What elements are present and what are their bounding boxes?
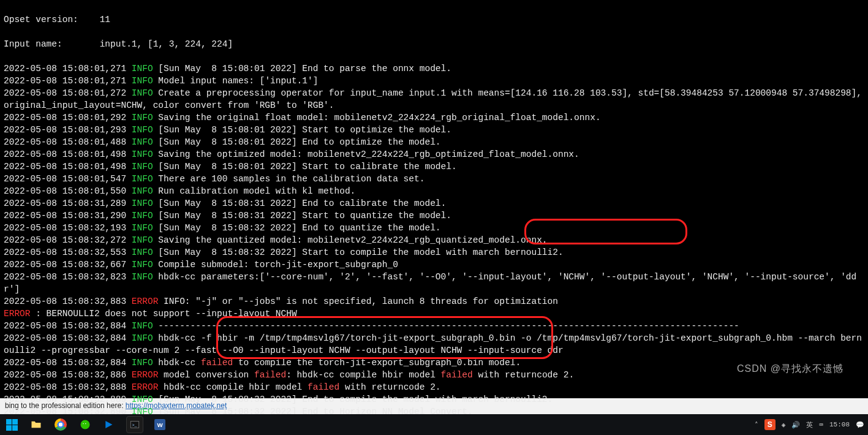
log-line: 2022-05-08 15:08:31,289 INFO [Sun May 8 …: [4, 197, 864, 210]
log-line: 2022-05-08 15:08:32,884 INFO hbdk-cc fai…: [4, 357, 864, 369]
tray-notification-icon[interactable]: 💬: [856, 421, 864, 429]
log-line: 2022-05-08 15:08:32,823 INFO hbdk-cc par…: [4, 271, 864, 295]
opset-value: 11: [100, 15, 110, 25]
log-line: 2022-05-08 15:08:01,498 INFO [Sun May 8 …: [4, 161, 864, 173]
log-line: 2022-05-08 15:08:31,290 INFO [Sun May 8 …: [4, 210, 864, 222]
svg-text:W: W: [157, 422, 164, 428]
tray-network-icon[interactable]: ◈: [782, 421, 786, 429]
file-explorer-icon[interactable]: [28, 417, 44, 433]
sogou-ime-icon[interactable]: S: [764, 419, 776, 430]
log-line: 2022-05-08 15:08:01,271 INFO Model input…: [4, 75, 864, 87]
log-line: 2022-05-08 15:08:01,292 INFO Saving the …: [4, 112, 864, 124]
svg-point-0: [81, 420, 90, 429]
start-menu-icon[interactable]: [4, 417, 20, 433]
tray-lang-icon[interactable]: 英: [806, 420, 813, 429]
log-line: 2022-05-08 15:08:32,884 INFO -----------…: [4, 320, 864, 332]
log-line: 2022-05-08 15:08:32,889 INFO [Sun May 8 …: [4, 393, 864, 406]
opset-label: Opset version:: [4, 15, 78, 25]
terminal-output[interactable]: Opset version: 11 Input name: input.1, […: [0, 0, 868, 398]
log-line: 2022-05-08 15:08:01,498 INFO Saving the …: [4, 148, 864, 161]
tray-caret-icon[interactable]: ˄: [755, 421, 758, 429]
log-line: ERROR : BERNOULLI2 does not support --in…: [4, 308, 864, 320]
log-line: 2022-05-08 15:08:32,667 INFO Compile sub…: [4, 259, 864, 271]
windows-taskbar[interactable]: >_ W ˄ S ◈ 🔊 英 ⌨ 15:08 💬: [0, 414, 868, 435]
tray-time[interactable]: 15:08: [829, 421, 850, 428]
log-line: 2022-05-08 15:08:32,272 INFO Saving the …: [4, 234, 864, 246]
inputname-label: Input name:: [4, 39, 62, 49]
mobaxterm-icon[interactable]: >_: [126, 416, 143, 433]
log-line: 2022-05-08 15:08:32,553 INFO [Sun May 8 …: [4, 246, 864, 259]
inputname-value: input.1, [1, 3, 224, 224]: [100, 39, 233, 49]
vscode-icon[interactable]: [102, 417, 118, 433]
chrome-icon[interactable]: [53, 417, 69, 433]
tray-volume-icon[interactable]: 🔊: [791, 421, 800, 429]
log-line: 2022-05-08 15:08:32,886 ERROR model conv…: [4, 369, 864, 381]
log-line: 2022-05-08 15:08:01,488 INFO [Sun May 8 …: [4, 136, 864, 148]
log-line: 2022-05-08 15:08:01,550 INFO Run calibra…: [4, 185, 864, 197]
log-line: 2022-05-08 15:08:32,884 INFO hbdk-cc -f …: [4, 332, 864, 357]
tray-keyboard-icon[interactable]: ⌨: [819, 421, 823, 429]
log-line: 2022-05-08 15:08:32,883 ERROR INFO: "-j"…: [4, 295, 864, 308]
log-line: 2022-05-08 15:08:01,547 INFO There are 1…: [4, 173, 864, 185]
log-line: 2022-05-08 15:08:01,293 INFO [Sun May 8 …: [4, 124, 864, 136]
svg-text:>_: >_: [132, 423, 138, 428]
log-line: 2022-05-08 15:08:32,888 ERROR hbdk-cc co…: [4, 381, 864, 393]
word-icon[interactable]: W: [152, 417, 168, 433]
log-line: 2022-05-08 15:08:32,193 INFO [Sun May 8 …: [4, 222, 864, 234]
wechat-icon[interactable]: [77, 417, 93, 433]
log-line: 2022-05-08 15:08:01,271 INFO [Sun May 8 …: [4, 62, 864, 75]
log-line: 2022-05-08 15:08:01,272 INFO Create a pr…: [4, 87, 864, 112]
